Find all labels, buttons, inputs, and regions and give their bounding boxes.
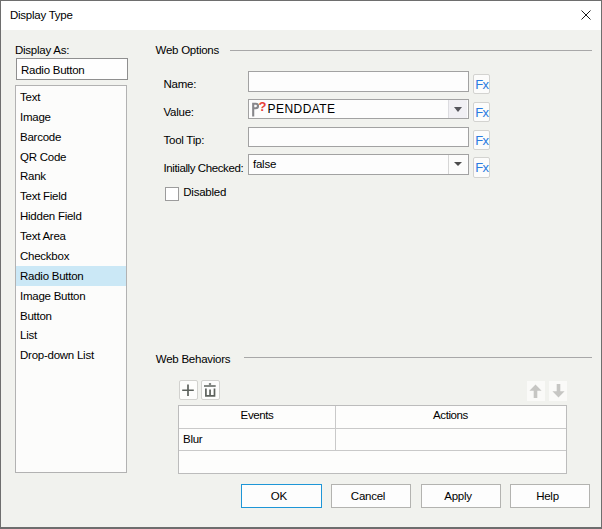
- svg-text:?: ?: [259, 100, 267, 114]
